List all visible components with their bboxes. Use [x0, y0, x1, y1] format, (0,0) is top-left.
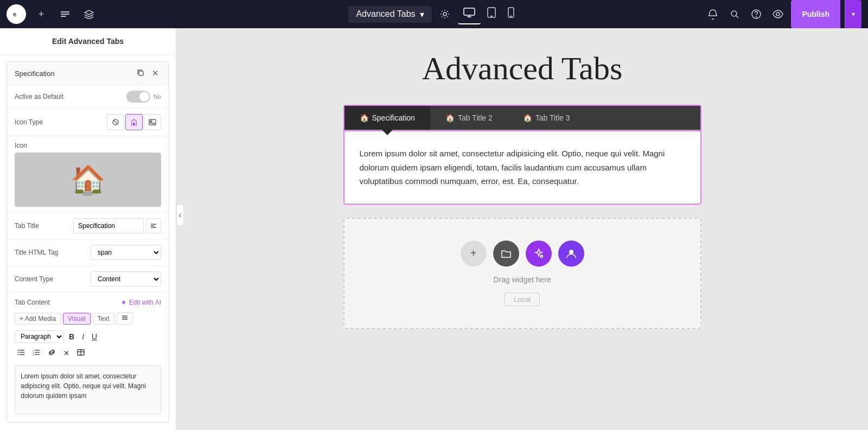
icon-type-none-button[interactable] [107, 114, 124, 130]
icon-type-icon-button[interactable] [125, 114, 143, 130]
house-icon: 🏠 [71, 163, 106, 197]
page-title-dropdown-icon: ▾ [420, 9, 424, 20]
tab-title-input-wrap [73, 218, 161, 233]
content-editor[interactable]: Lorem ipsum dolor sit amet, consectetur … [15, 365, 161, 414]
folder-button[interactable] [493, 241, 519, 267]
notifications-button[interactable] [704, 5, 722, 23]
active-default-row: Active as Default No [7, 85, 169, 109]
table-button[interactable] [74, 347, 87, 359]
page-title-area[interactable]: Advanced Tabs ▾ [348, 6, 431, 23]
icon-label: Icon [15, 142, 27, 149]
settings-button[interactable] [436, 5, 454, 23]
user-avatar-button[interactable] [558, 241, 584, 267]
svg-rect-6 [464, 8, 475, 15]
device-tablet-button[interactable] [482, 4, 501, 25]
svg-point-11 [731, 11, 737, 16]
svg-point-5 [443, 12, 446, 16]
device-desktop-button[interactable] [458, 4, 481, 24]
svg-point-14 [776, 12, 780, 16]
publish-dropdown-button[interactable]: ▾ [845, 0, 861, 28]
content-type-select[interactable]: Content Template [91, 271, 161, 287]
search-button[interactable] [726, 5, 743, 23]
device-toggle-group [458, 4, 520, 25]
formatting-toolbar: Paragraph Heading 1Heading 2 B I U [7, 328, 169, 346]
layers-button[interactable] [80, 5, 98, 23]
tab-item-1[interactable]: 🏠 Tab Title 2 [430, 106, 508, 130]
drop-text-label: Drag widget here [493, 275, 551, 284]
main-layout: Edit Advanced Tabs Specification ✕ Activ… [0, 28, 868, 430]
svg-point-29 [18, 352, 19, 353]
link-button[interactable] [45, 347, 59, 359]
tabs-widget: 🏠 Specification 🏠 Tab Title 2 🏠 Tab Titl… [343, 105, 701, 205]
duplicate-section-button[interactable] [135, 67, 146, 79]
svg-point-27 [18, 350, 19, 351]
edit-with-ai-button[interactable]: ✦ Edit with AI [120, 298, 161, 307]
visual-tab-button[interactable]: Visual [63, 313, 90, 325]
panel-title: Edit Advanced Tabs [52, 37, 124, 46]
publish-button[interactable]: Publish [791, 0, 840, 28]
icon-type-image-button[interactable] [144, 114, 161, 130]
responsive-button[interactable] [56, 5, 74, 23]
tab-item-2[interactable]: 🏠 Tab Title 3 [508, 106, 585, 130]
unlink-button[interactable]: ✕ [61, 347, 72, 359]
underline-button[interactable]: U [89, 331, 100, 343]
tab-content-text: Lorem ipsum dolor sit amet, consectetur … [360, 147, 685, 188]
title-html-tag-select[interactable]: span divh1h2p [91, 245, 161, 260]
active-default-label: Active as Default [15, 93, 63, 100]
close-section-button[interactable]: ✕ [150, 67, 161, 79]
content-type-label: Content Type [15, 275, 53, 283]
icon-type-buttons [107, 114, 161, 130]
ordered-list-button[interactable]: 1. 2. 3. [30, 347, 43, 359]
widget-drop-area[interactable]: + [343, 218, 701, 329]
local-label: Local [505, 293, 540, 306]
svg-rect-18 [133, 123, 135, 125]
add-media-label: Add Media [25, 315, 56, 322]
panel-header: Edit Advanced Tabs [0, 28, 176, 55]
text-tab-button[interactable]: Text [93, 313, 114, 325]
ai-widget-button[interactable] [526, 241, 552, 267]
svg-line-17 [113, 120, 118, 124]
paragraph-select[interactable]: Paragraph Heading 1Heading 2 [15, 330, 64, 343]
bullet-list-button[interactable] [15, 347, 28, 359]
icon-type-label: Icon Type [15, 118, 43, 126]
icon-field-row: Icon 🏠 [7, 136, 169, 213]
title-html-tag-label: Title HTML Tag [15, 249, 58, 256]
svg-rect-15 [139, 71, 143, 75]
tab-active-content: Lorem ipsum dolor sit amet, consectetur … [344, 130, 700, 204]
extra-toolbar: 1. 2. 3. ✕ [7, 346, 169, 363]
add-widget-button[interactable]: + [461, 241, 487, 267]
svg-text:3.: 3. [33, 353, 34, 356]
svg-point-31 [18, 354, 19, 355]
svg-rect-3 [61, 14, 69, 15]
tab-item-0[interactable]: 🏠 Specification [344, 106, 430, 130]
left-panel: Edit Advanced Tabs Specification ✕ Activ… [0, 28, 176, 430]
collapse-panel-handle[interactable]: ‹ [176, 204, 184, 226]
add-media-icon: + [20, 315, 23, 322]
top-nav: e + Advanced Tabs ▾ [0, 0, 868, 28]
specification-section: Specification ✕ Active as Default No [7, 61, 169, 422]
tab-0-label: Specification [372, 113, 415, 122]
tab-1-home-icon: 🏠 [445, 113, 455, 122]
tab-content-label: Tab Content [15, 299, 50, 306]
add-element-button[interactable]: + [33, 5, 50, 23]
help-button[interactable] [748, 5, 765, 23]
tab-2-home-icon: 🏠 [523, 113, 532, 122]
svg-text:e: e [13, 11, 16, 17]
tab-title-input[interactable] [73, 218, 144, 233]
italic-button[interactable]: I [79, 331, 87, 343]
svg-rect-4 [61, 16, 66, 17]
tab-title-align-button[interactable] [146, 218, 161, 233]
more-options-button[interactable] [117, 312, 133, 325]
page-heading: Advanced Tabs [422, 50, 623, 87]
device-mobile-button[interactable] [502, 4, 520, 25]
active-default-toggle[interactable] [126, 91, 150, 103]
svg-point-43 [569, 250, 573, 254]
logo-button[interactable]: e [7, 4, 26, 24]
content-type-row: Content Type Content Template [7, 266, 169, 293]
bold-button[interactable]: B [66, 331, 77, 343]
tab-2-label: Tab Title 3 [535, 113, 570, 122]
preview-button[interactable] [769, 5, 787, 23]
svg-point-8 [491, 16, 492, 17]
section-actions: ✕ [135, 67, 161, 79]
add-media-button[interactable]: + Add Media [15, 313, 61, 325]
